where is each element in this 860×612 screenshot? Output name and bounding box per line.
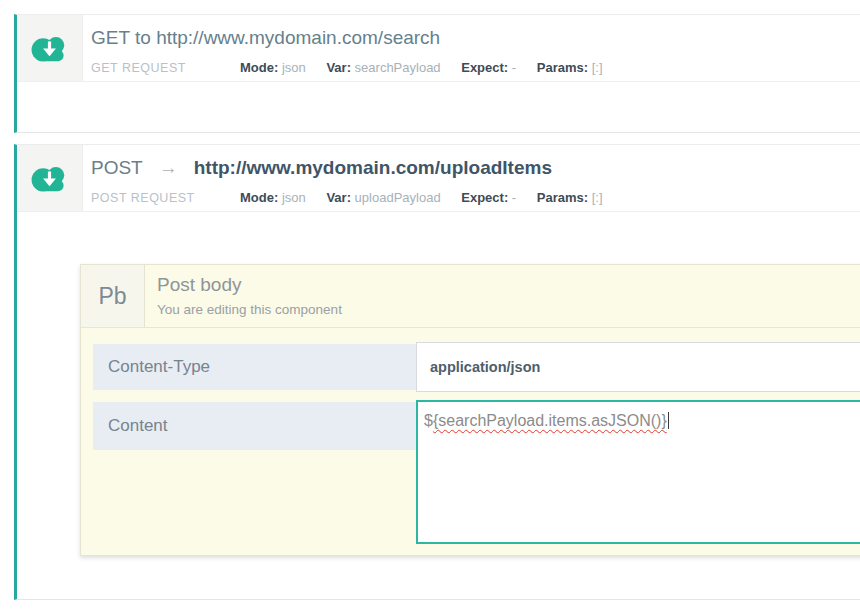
meta-mode-key: Mode: bbox=[240, 190, 278, 205]
meta-params-value: [:] bbox=[592, 190, 603, 205]
request-method: GET to bbox=[91, 27, 151, 48]
meta-mode-value: json bbox=[282, 60, 306, 75]
post-body-editor-panel: Pb Post body You are editing this compon… bbox=[80, 264, 860, 556]
meta-params-key: Params: bbox=[537, 190, 588, 205]
content-textarea[interactable]: ${searchPayload.items.asJSON()} bbox=[416, 400, 860, 544]
meta-var-value: searchPayload bbox=[355, 60, 441, 75]
request-url: http://www.mydomain.com/search bbox=[156, 27, 440, 48]
content-value-flagged: {searchPayload.items.asJSON()} bbox=[433, 412, 667, 429]
text-caret bbox=[668, 412, 669, 429]
content-type-label: Content-Type bbox=[93, 344, 416, 390]
request-icon-cell bbox=[17, 15, 83, 81]
post-request-header: POST→http://www.mydomain.com/uploadItems… bbox=[17, 145, 860, 212]
editor-form: Content-Type application/json Content ${… bbox=[81, 328, 860, 557]
meta-mode-key: Mode: bbox=[240, 60, 278, 75]
content-type-input[interactable]: application/json bbox=[416, 342, 860, 392]
component-symbol-badge: Pb bbox=[81, 265, 145, 327]
get-request-card[interactable]: GET to http://www.mydomain.com/search GE… bbox=[14, 14, 860, 133]
meta-var-key: Var: bbox=[326, 60, 351, 75]
request-kind-label: GET REQUEST bbox=[91, 61, 186, 75]
get-request-header: GET to http://www.mydomain.com/search GE… bbox=[17, 15, 860, 82]
meta-expect-value: - bbox=[512, 190, 516, 205]
request-url: http://www.mydomain.com/uploadItems bbox=[194, 157, 552, 178]
post-request-card[interactable]: POST→http://www.mydomain.com/uploadItems… bbox=[14, 144, 860, 600]
meta-expect-key: Expect: bbox=[461, 190, 508, 205]
request-meta-row: Mode: json Var: uploadPayload Expect: - … bbox=[240, 190, 620, 205]
editor-panel-header: Pb Post body You are editing this compon… bbox=[81, 265, 860, 328]
request-icon-cell bbox=[17, 145, 83, 211]
meta-params-value: [:] bbox=[592, 60, 603, 75]
meta-var-key: Var: bbox=[326, 190, 351, 205]
request-meta-row: Mode: json Var: searchPayload Expect: - … bbox=[240, 60, 620, 75]
editor-subtitle: You are editing this component bbox=[157, 302, 342, 317]
content-label: Content bbox=[93, 402, 416, 450]
post-request-title: POST→http://www.mydomain.com/uploadItems bbox=[91, 157, 552, 179]
editor-title: Post body bbox=[157, 274, 242, 296]
arrow-right-icon: → bbox=[159, 157, 178, 178]
meta-expect-key: Expect: bbox=[461, 60, 508, 75]
cloud-download-icon bbox=[29, 163, 70, 194]
meta-params-key: Params: bbox=[537, 60, 588, 75]
cloud-download-icon bbox=[29, 33, 70, 64]
content-value-prefix: $ bbox=[424, 412, 433, 429]
request-kind-label: POST REQUEST bbox=[91, 191, 195, 205]
get-request-title: GET to http://www.mydomain.com/search bbox=[91, 27, 440, 49]
request-method: POST bbox=[91, 157, 143, 178]
meta-expect-value: - bbox=[512, 60, 516, 75]
meta-mode-value: json bbox=[282, 190, 306, 205]
meta-var-value: uploadPayload bbox=[355, 190, 441, 205]
